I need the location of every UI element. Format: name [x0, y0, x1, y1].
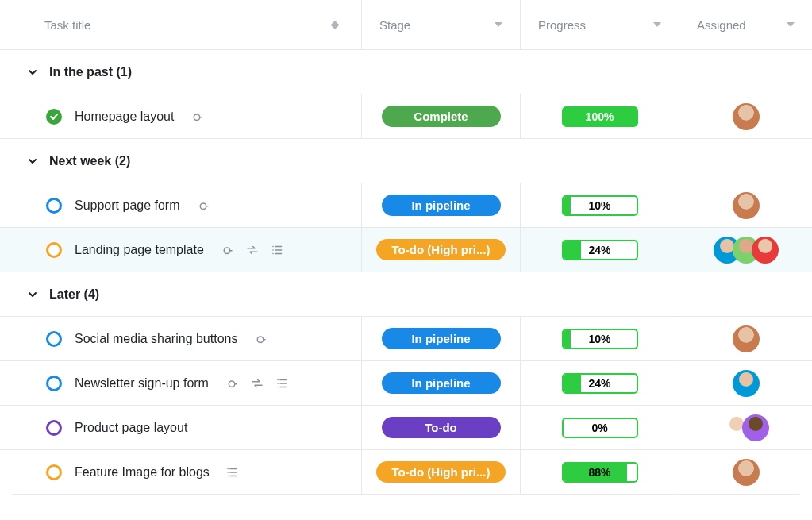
caret-down-icon [495, 22, 502, 27]
column-header-label: Task title [44, 18, 90, 32]
task-title-cell: Support page form [0, 198, 361, 214]
task-assigned-cell [679, 361, 812, 405]
progress-value: 24% [564, 241, 637, 259]
subtasks-icon[interactable] [275, 376, 290, 391]
attachment-icon[interactable] [190, 110, 204, 124]
task-row[interactable]: Landing page template To-do (High pri...… [0, 228, 812, 272]
subtasks-icon[interactable] [271, 243, 285, 257]
task-progress-cell: 100% [520, 94, 679, 138]
task-row[interactable]: Newsletter sign-up form In pipeline 24% [0, 361, 812, 406]
task-progress-cell: 10% [520, 317, 679, 360]
chevron-down-icon [27, 156, 38, 167]
attachment-icon[interactable] [253, 332, 267, 346]
group-header[interactable]: In the past (1) [0, 50, 812, 94]
progress-bar[interactable]: 10% [562, 195, 638, 216]
task-title-cell: Product page layout [0, 420, 361, 436]
progress-value: 24% [564, 375, 637, 392]
group-header[interactable]: Later (4) [0, 272, 812, 317]
task-title-cell: Homepage layout [0, 109, 361, 125]
avatar[interactable] [733, 103, 760, 130]
attachment-icon[interactable] [220, 243, 234, 257]
status-circle[interactable] [46, 242, 62, 258]
task-title: Social media sharing buttons [75, 332, 237, 346]
avatar[interactable] [733, 459, 760, 486]
status-circle[interactable] [46, 420, 62, 436]
sort-icon[interactable] [331, 21, 339, 29]
task-stage-cell: To-do [361, 406, 520, 449]
task-assigned-cell [679, 317, 812, 360]
task-row[interactable]: Social media sharing buttons In pipeline… [0, 317, 812, 361]
group-label: In the past (1) [49, 65, 132, 79]
task-title: Landing page template [75, 243, 204, 257]
stage-pill[interactable]: In pipeline [382, 372, 501, 394]
progress-bar[interactable]: 24% [562, 373, 638, 394]
task-stage-cell: In pipeline [361, 183, 520, 227]
status-circle[interactable] [46, 331, 62, 347]
avatar-group[interactable] [714, 237, 779, 264]
stage-pill[interactable]: In pipeline [382, 195, 501, 216]
column-header-label: Stage [379, 18, 410, 32]
avatar[interactable] [752, 237, 779, 264]
stage-pill[interactable]: In pipeline [382, 328, 501, 349]
progress-bar[interactable]: 100% [562, 106, 638, 127]
task-assigned-cell [679, 406, 812, 449]
avatar[interactable] [733, 370, 760, 397]
task-row[interactable]: Support page form In pipeline 10% [0, 183, 812, 228]
stage-pill[interactable]: To-do (High pri...) [376, 239, 506, 260]
task-row[interactable]: Homepage layout Complete 100% [0, 94, 812, 139]
avatar[interactable] [733, 325, 760, 352]
progress-bar[interactable]: 24% [562, 240, 638, 260]
task-stage-cell: In pipeline [361, 317, 520, 360]
task-meta-icons [225, 465, 240, 480]
status-circle[interactable] [46, 109, 62, 125]
stage-pill[interactable]: Complete [382, 106, 501, 127]
task-table: Task title Stage Progress Assigned In th… [0, 0, 812, 495]
task-meta-icons [220, 243, 285, 257]
attachment-icon[interactable] [196, 198, 210, 213]
progress-bar[interactable]: 0% [562, 418, 638, 438]
chevron-down-icon [27, 289, 38, 300]
progress-bar[interactable]: 10% [562, 329, 638, 349]
column-header-title[interactable]: Task title [0, 18, 361, 32]
avatar[interactable] [733, 192, 760, 219]
column-header-label: Assigned [697, 18, 746, 32]
task-assigned-cell [679, 450, 812, 494]
task-title-cell: Newsletter sign-up form [0, 376, 361, 391]
column-header-progress[interactable]: Progress [520, 0, 679, 49]
group-header[interactable]: Next week (2) [0, 139, 812, 183]
task-assigned-cell [679, 94, 812, 138]
task-assigned-cell [679, 183, 812, 227]
task-meta-icons [190, 110, 204, 124]
avatar[interactable] [742, 414, 769, 441]
task-row[interactable]: Product page layout To-do 0% [0, 406, 812, 450]
repeat-icon[interactable] [245, 243, 260, 257]
progress-value: 88% [564, 464, 637, 481]
status-circle[interactable] [46, 464, 62, 480]
task-progress-cell: 10% [520, 183, 679, 227]
task-progress-cell: 24% [520, 228, 679, 272]
column-header-stage[interactable]: Stage [361, 0, 520, 49]
task-stage-cell: In pipeline [361, 361, 520, 405]
task-stage-cell: Complete [361, 94, 520, 138]
status-circle[interactable] [46, 198, 62, 214]
status-circle[interactable] [46, 376, 62, 391]
group-label: Next week (2) [49, 154, 130, 168]
stage-pill[interactable]: To-do [382, 417, 501, 438]
progress-value: 100% [562, 106, 638, 127]
progress-value: 0% [564, 419, 637, 437]
task-meta-icons [196, 198, 210, 213]
attachment-icon[interactable] [225, 376, 239, 391]
task-title-cell: Feature Image for blogs [0, 464, 361, 480]
stage-pill[interactable]: To-do (High pri...) [376, 461, 506, 483]
repeat-icon[interactable] [250, 376, 264, 391]
progress-value: 10% [564, 330, 637, 348]
task-title: Homepage layout [75, 110, 174, 124]
task-stage-cell: To-do (High pri...) [361, 450, 520, 494]
task-progress-cell: 24% [520, 361, 679, 405]
subtasks-icon[interactable] [225, 465, 240, 480]
column-header-assigned[interactable]: Assigned [679, 0, 812, 49]
task-title: Newsletter sign-up form [75, 376, 209, 391]
progress-bar[interactable]: 88% [562, 462, 638, 483]
task-row[interactable]: Feature Image for blogs To-do (High pri.… [0, 450, 812, 495]
avatar-group[interactable] [723, 414, 769, 441]
